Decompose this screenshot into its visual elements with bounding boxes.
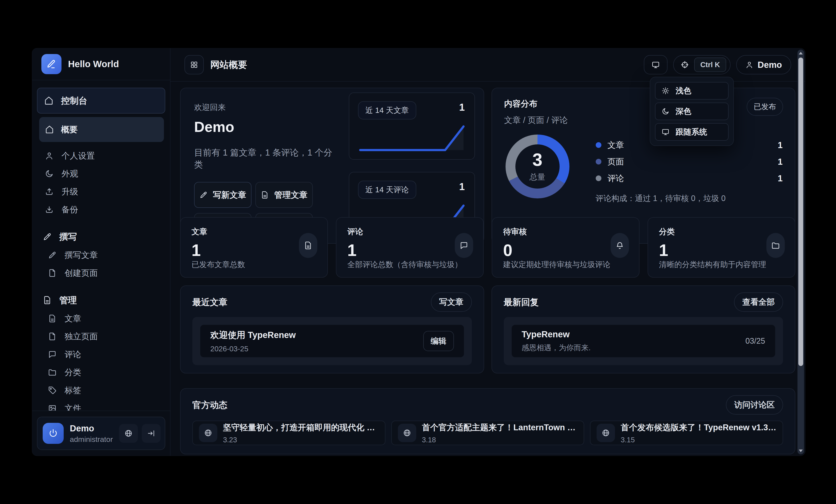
theme-option-label: 跟随系统 [676,127,707,137]
reply-list-item[interactable]: TypeRenew 感恩相遇，为你而来. 03/25 [512,325,775,357]
sidebar-item-comments[interactable]: 评论 [37,345,165,363]
distribution-subtitle: 文章 / 页面 / 评论 [504,115,783,126]
stat-value: 1 [659,242,784,258]
legend-label: 文章 [608,139,624,151]
stat-title: 评论 [347,227,472,237]
avatar [43,423,64,444]
distribution-title: 内容分布 [504,98,783,109]
shortcut-badge: Ctrl K [694,58,726,72]
visit-site-button[interactable] [119,424,138,443]
sidebar-item-console[interactable]: 控制台 [37,88,165,114]
comments-breakdown: 评论构成：通过 1，待审核 0，垃圾 0 [596,193,783,204]
comment-icon [460,241,468,250]
search-button[interactable]: Ctrl K [673,55,730,74]
theme-option-dark[interactable]: 深色 [655,102,728,120]
button-label: 写新文章 [213,190,246,200]
globe-icon [124,429,133,438]
sidebar-item-backup[interactable]: 备份 [37,200,165,218]
donut-total-label: 总量 [530,172,545,182]
stat-card-comments: 评论 1 全部评论总数（含待审核与垃圾） [336,217,484,277]
news-item[interactable]: 首个官方适配主题来了！LanternTown 现已正式... 3.18 [391,421,584,445]
image-icon [48,404,57,411]
reply-date: 03/25 [745,336,765,346]
sidebar-item-label: 创建页面 [64,268,98,279]
account-button[interactable]: Demo [736,55,791,74]
sidebar-item-write-post[interactable]: 撰写文章 [37,246,165,264]
posts-sparkline-chart [356,122,470,154]
trend-posts-value: 1 [459,101,465,113]
file-text-icon [48,314,57,323]
news-icon-pill [398,424,416,442]
news-title: 首个官方适配主题来了！LanternTown 现已正式... [422,422,578,433]
pencil-icon [43,232,52,241]
grid-icon [190,61,198,69]
sidebar-item-overview[interactable]: 概要 [39,117,164,142]
sun-icon [662,87,669,95]
sidebar-item-upgrade[interactable]: 升级 [37,183,165,200]
welcome-greeting: 欢迎回来 [194,102,340,113]
account-button-label: Demo [758,60,782,70]
pencil-icon [48,251,57,259]
user-icon [745,61,753,69]
write-post-button[interactable]: 写新文章 [194,182,251,208]
upload-icon [45,187,54,196]
post-list-item[interactable]: 欢迎使用 TypeRenew 2026-03-25 编辑 [200,325,464,357]
news-item[interactable]: 坚守轻量初心，打造开箱即用的现代化 CMS 3.23 [192,421,385,445]
official-news-title: 官方动态 [192,399,227,411]
legend-value: 1 [778,173,783,183]
sidebar-item-label: 标签 [64,385,81,396]
visit-forum-button[interactable]: 访问讨论区 [726,395,783,414]
home-icon [45,125,54,134]
tag-icon [48,386,57,395]
stat-value: 0 [503,242,628,258]
view-all-button[interactable]: 查看全部 [734,292,783,312]
latest-replies-panel: TypeRenew 感恩相遇，为你而来. 03/25 [504,317,783,365]
apps-grid-button[interactable] [185,55,204,74]
folder-icon [771,241,780,250]
theme-option-light[interactable]: 浅色 [655,82,728,99]
file-text-icon [304,241,312,250]
sidebar-nav: 控制台 概要 个人设置 外观 升级 备份 [32,80,170,411]
scrollbar-thumb[interactable] [798,58,803,366]
sidebar-item-files[interactable]: 文件 [37,399,165,411]
post-title: 欢迎使用 TypeRenew [210,329,296,341]
sidebar-item-profile[interactable]: 个人设置 [37,147,165,165]
sidebar-item-appearance[interactable]: 外观 [37,165,165,183]
sidebar-item-categories[interactable]: 分类 [37,363,165,381]
logout-button[interactable] [142,424,160,443]
sidebar-item-label: 升级 [61,186,78,197]
write-post-action-button[interactable]: 写文章 [431,292,472,312]
site-title: Hello World [68,59,119,69]
sidebar-section-label: 撰写 [59,231,77,243]
sidebar-item-pages[interactable]: 独立页面 [37,328,165,345]
scroll-up-arrow[interactable] [799,52,803,55]
comment-icon [48,350,57,359]
theme-option-system[interactable]: 跟随系统 [655,123,728,141]
sidebar-item-posts[interactable]: 文章 [37,310,165,328]
manage-posts-button[interactable]: 管理文章 [255,182,313,208]
stat-value: 1 [347,242,472,258]
scroll-down-arrow[interactable] [799,449,803,452]
legend-value: 1 [778,157,783,167]
stat-caption: 建议定期处理待审核与垃圾评论 [503,259,630,270]
theme-option-label: 浅色 [676,85,691,96]
user-role: administrator [70,435,113,444]
sidebar-item-label: 文件 [64,403,81,411]
news-title: 坚守轻量初心，打造开箱即用的现代化 CMS [223,422,379,433]
official-news-card: 官方动态 访问讨论区 坚守轻量初心，打造开箱即用的现代化 CMS 3.23 [180,388,795,454]
sidebar-item-create-page[interactable]: 创建页面 [37,264,165,282]
stat-title: 分类 [659,227,784,237]
sidebar-item-tags[interactable]: 标签 [37,381,165,399]
button-label: 管理文章 [274,190,307,200]
moon-icon [662,108,669,115]
edit-post-button[interactable]: 编辑 [423,331,454,351]
news-item[interactable]: 首个发布候选版来了！TypeRenew v1.3.1-rc.1 ... 3.15 [590,421,783,445]
trend-posts-card: 近 14 天文章 1 [349,93,475,160]
vertical-scrollbar[interactable] [797,50,804,454]
theme-toggle-button[interactable] [644,55,667,74]
pencil-icon [200,191,208,199]
sidebar: Hello World 控制台 概要 个人设置 外观 升级 [32,49,170,455]
legend-row-comments: 评论 1 [596,173,783,183]
stat-caption: 全部评论总数（含待审核与垃圾） [347,259,474,270]
user-name: Demo [70,423,113,433]
